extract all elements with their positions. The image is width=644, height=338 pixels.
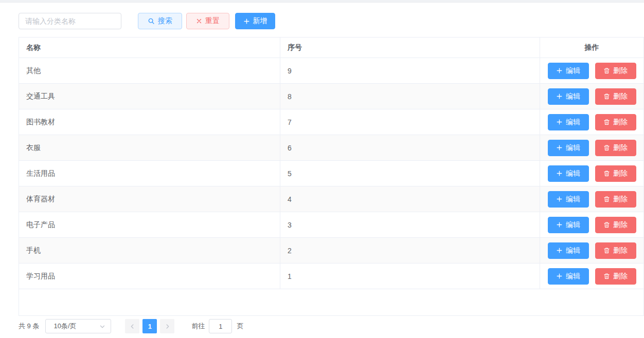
table-row: 生活用品 5 编辑 删除 xyxy=(19,161,643,186)
table-row: 体育器材 4 编辑 删除 xyxy=(19,186,643,212)
delete-button-label: 删除 xyxy=(613,169,628,178)
table-header-row: 名称 序号 操作 xyxy=(19,37,643,58)
edit-button[interactable]: 编辑 xyxy=(548,114,589,130)
edit-button[interactable]: 编辑 xyxy=(548,217,589,233)
trash-icon xyxy=(603,221,610,228)
plus-icon xyxy=(556,170,563,177)
cell-name: 学习用品 xyxy=(19,264,280,289)
delete-button-label: 删除 xyxy=(613,66,628,76)
delete-button[interactable]: 删除 xyxy=(595,88,636,105)
column-header-actions: 操作 xyxy=(540,37,643,58)
plus-icon xyxy=(556,247,563,254)
delete-button[interactable]: 删除 xyxy=(595,165,636,182)
search-button-label: 搜索 xyxy=(158,16,172,26)
trash-icon xyxy=(603,93,610,100)
page-size-select[interactable]: 10条/页 xyxy=(45,319,111,333)
cell-actions: 编辑 删除 xyxy=(540,58,643,83)
edit-button[interactable]: 编辑 xyxy=(548,88,589,105)
category-management-page: 搜索 重置 新增 名称 序号 操作 其他 9 xyxy=(0,13,644,333)
page-size-value: 10条/页 xyxy=(53,322,76,331)
pagination: 共 9 条 10条/页 1 前往 页 xyxy=(19,319,644,333)
edit-button-label: 编辑 xyxy=(566,246,580,255)
total-count-label: 共 9 条 xyxy=(19,322,39,331)
cell-actions: 编辑 删除 xyxy=(540,84,643,109)
cell-actions: 编辑 删除 xyxy=(540,186,643,212)
toolbar: 搜索 重置 新增 xyxy=(19,13,644,29)
cell-order: 1 xyxy=(280,264,540,289)
delete-button[interactable]: 删除 xyxy=(595,268,636,285)
cell-order: 2 xyxy=(280,238,540,263)
edit-button[interactable]: 编辑 xyxy=(548,63,589,79)
edit-button[interactable]: 编辑 xyxy=(548,268,589,285)
table-empty-space xyxy=(19,289,643,315)
page-number-button[interactable]: 1 xyxy=(142,319,157,333)
cell-name: 交通工具 xyxy=(19,84,280,109)
cell-order: 9 xyxy=(280,58,540,83)
trash-icon xyxy=(603,170,610,177)
delete-button-label: 删除 xyxy=(613,246,628,255)
edit-button-label: 编辑 xyxy=(566,169,580,178)
edit-button[interactable]: 编辑 xyxy=(548,140,589,156)
edit-button-label: 编辑 xyxy=(566,143,580,153)
next-page-button[interactable] xyxy=(160,319,174,333)
trash-icon xyxy=(603,273,610,279)
edit-button-label: 编辑 xyxy=(566,195,580,204)
cell-name: 生活用品 xyxy=(19,161,280,186)
column-header-name: 名称 xyxy=(19,37,280,58)
edit-button-label: 编辑 xyxy=(566,272,580,281)
edit-button-label: 编辑 xyxy=(566,220,580,230)
cell-order: 3 xyxy=(280,212,540,237)
add-button-label: 新增 xyxy=(253,16,267,26)
trash-icon xyxy=(603,119,610,125)
edit-button[interactable]: 编辑 xyxy=(548,242,589,259)
edit-button[interactable]: 编辑 xyxy=(548,165,589,182)
delete-button-label: 删除 xyxy=(613,92,628,101)
edit-button[interactable]: 编辑 xyxy=(548,191,589,208)
edit-button-label: 编辑 xyxy=(566,118,580,127)
cell-actions: 编辑 删除 xyxy=(540,109,643,135)
delete-button-label: 删除 xyxy=(613,272,628,281)
cell-actions: 编辑 删除 xyxy=(540,264,643,289)
plus-icon xyxy=(556,196,563,202)
plus-icon xyxy=(556,67,563,74)
goto-page-input[interactable] xyxy=(209,319,232,333)
delete-button-label: 删除 xyxy=(613,220,628,230)
delete-button[interactable]: 删除 xyxy=(595,242,636,259)
search-icon xyxy=(148,17,155,25)
delete-button[interactable]: 删除 xyxy=(595,140,636,156)
trash-icon xyxy=(603,196,610,202)
table-row: 电子产品 3 编辑 删除 xyxy=(19,212,643,238)
cell-order: 5 xyxy=(280,161,540,186)
delete-button-label: 删除 xyxy=(613,118,628,127)
reset-button[interactable]: 重置 xyxy=(186,13,229,29)
add-button[interactable]: 新增 xyxy=(235,13,275,29)
page-unit-label: 页 xyxy=(237,322,243,331)
category-table: 名称 序号 操作 其他 9 编辑 删除 xyxy=(19,37,644,316)
cell-name: 衣服 xyxy=(19,135,280,160)
chevron-down-icon xyxy=(99,323,106,330)
delete-button[interactable]: 删除 xyxy=(595,63,636,79)
plus-icon xyxy=(556,221,563,228)
delete-button[interactable]: 删除 xyxy=(595,114,636,130)
chevron-right-icon xyxy=(164,323,171,330)
plus-icon xyxy=(556,93,563,100)
cell-name: 其他 xyxy=(19,58,280,83)
edit-button-label: 编辑 xyxy=(566,66,580,76)
reset-button-label: 重置 xyxy=(205,16,220,26)
delete-button[interactable]: 删除 xyxy=(595,217,636,233)
cell-order: 4 xyxy=(280,186,540,212)
table-row: 其他 9 编辑 删除 xyxy=(19,58,643,84)
table-row: 衣服 6 编辑 删除 xyxy=(19,135,643,161)
category-name-input[interactable] xyxy=(19,13,121,29)
cell-name: 电子产品 xyxy=(19,212,280,237)
search-button[interactable]: 搜索 xyxy=(138,13,182,29)
cell-actions: 编辑 删除 xyxy=(540,135,643,160)
top-strip xyxy=(0,0,644,3)
trash-icon xyxy=(603,247,610,254)
edit-button-label: 编辑 xyxy=(566,92,580,101)
delete-button[interactable]: 删除 xyxy=(595,191,636,208)
prev-page-button[interactable] xyxy=(125,319,139,333)
cell-name: 手机 xyxy=(19,238,280,263)
delete-button-label: 删除 xyxy=(613,195,628,204)
cell-order: 8 xyxy=(280,84,540,109)
